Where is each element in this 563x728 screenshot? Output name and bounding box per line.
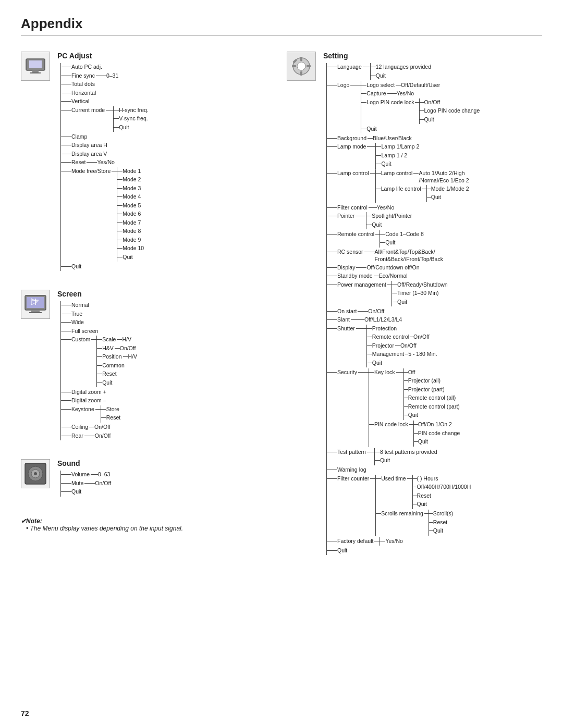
page-header: Appendix (21, 16, 542, 36)
tree-row: Reset Yes/No (61, 158, 149, 166)
tree-line (61, 154, 71, 154)
sound-title: Sound (57, 459, 276, 467)
screen-section: Screen Normal True Wide Full screen Cust… (21, 290, 276, 440)
screen-content: Screen Normal True Wide Full screen Cust… (57, 290, 276, 440)
page-number: 72 (21, 709, 29, 718)
setting-title: Setting (323, 52, 542, 60)
tree-line (61, 171, 71, 171)
page: Appendix PC Adjust (0, 0, 563, 728)
svg-rect-3 (30, 72, 41, 73)
tree-row: Display area V (61, 150, 149, 158)
page-title: Appendix (21, 16, 82, 31)
svg-rect-20 (307, 65, 311, 67)
pc-adjust-content: PC Adjust Auto PC adj. (57, 52, 276, 271)
pc-adjust-title: PC Adjust (57, 52, 276, 60)
sound-content: Sound Volume 0–63 Mute (57, 459, 276, 497)
tree-row: Auto PC adj. (61, 63, 149, 71)
content-area: PC Adjust Auto PC adj. (21, 52, 542, 560)
screen-title: Screen (57, 290, 276, 298)
tree-line (61, 162, 71, 163)
tree-line (61, 145, 71, 145)
tree-row: Quit (61, 263, 149, 270)
tree-row: Current mode H-sync freq. V (61, 106, 149, 132)
note-title: ✔Note: (21, 517, 276, 525)
tree-row: Horizontal (61, 89, 149, 97)
tree-line (61, 84, 71, 84)
pc-adjust-section: PC Adjust Auto PC adj. (21, 52, 276, 271)
tree-row: Mode free/Store Mode 1 Mode 2 Mode 3 Mod… (61, 167, 149, 262)
svg-point-14 (34, 472, 37, 475)
tree-line (61, 266, 71, 267)
pc-adjust-icon (21, 52, 50, 81)
tree-row: Clamp (61, 133, 149, 141)
tree-line (61, 137, 71, 137)
note-section: ✔Note: • The Menu display varies dependi… (21, 517, 276, 532)
tree-line (61, 93, 71, 93)
tree-row: Total dots (61, 80, 149, 88)
tree-line (61, 110, 71, 110)
tree-row: Vertical (61, 97, 149, 105)
tree-line (61, 101, 71, 102)
svg-rect-1 (29, 60, 42, 68)
tree-row: Display area H (61, 141, 149, 149)
svg-rect-6 (31, 310, 40, 312)
svg-point-16 (297, 62, 305, 70)
tree-row: Fine sync 0–31 (61, 72, 149, 80)
tree-line (61, 76, 71, 76)
setting-icon (287, 52, 316, 81)
screen-icon (21, 290, 50, 319)
sound-icon (21, 459, 50, 488)
svg-rect-2 (32, 70, 39, 72)
sound-section: Sound Volume 0–63 Mute (21, 459, 276, 497)
note-text: • The Menu display varies depending on t… (26, 525, 276, 532)
tree-line (61, 67, 71, 67)
right-column: Setting Language 12 languages provided Q… (282, 52, 542, 560)
setting-section: Setting Language 12 languages provided Q… (287, 52, 542, 555)
svg-rect-19 (292, 65, 296, 67)
setting-content: Setting Language 12 languages provided Q… (323, 52, 542, 555)
svg-rect-18 (300, 71, 302, 76)
left-column: PC Adjust Auto PC adj. (21, 52, 282, 560)
svg-rect-17 (300, 57, 302, 61)
svg-rect-7 (29, 312, 42, 313)
